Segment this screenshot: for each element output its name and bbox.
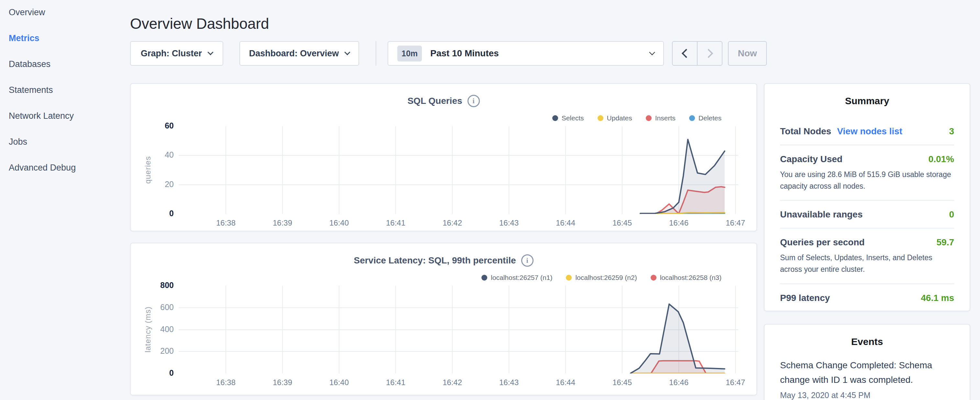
sidebar-item-databases[interactable]: Databases [9, 59, 51, 69]
now-button[interactable]: Now [728, 41, 767, 66]
legend-item-localhost-26257-n1: localhost:26257 (n1) [481, 274, 552, 282]
x-tick-label: 16:39 [263, 378, 302, 387]
legend-dot-icon [598, 115, 603, 121]
legend-item-selects: Selects [552, 114, 584, 122]
time-range-selector[interactable]: 10m Past 10 Minutes [388, 41, 664, 66]
chart-title: SQL Queries [407, 96, 462, 106]
legend-item-updates: Updates [598, 114, 632, 122]
legend-item-inserts: Inserts [646, 114, 676, 122]
summary-row-value: 0.01% [929, 154, 954, 164]
summary-rows: Total NodesView nodes list3Capacity Used… [780, 118, 954, 311]
dashboard-dropdown-label: Dashboard: Overview [249, 49, 339, 59]
chart-legend: localhost:26257 (n1)localhost:26259 (n2)… [481, 274, 721, 282]
chart-header: Service Latency: SQL, 99th percentile i [131, 254, 756, 267]
summary-row-main: Total NodesView nodes list3 [780, 126, 954, 137]
legend-label: localhost:26259 (n2) [575, 274, 637, 282]
graph-dropdown[interactable]: Graph: Cluster [130, 41, 223, 66]
chart-legend: SelectsUpdatesInsertsDeletes [552, 114, 721, 122]
summary-row-subtext: You are using 28.6 MiB of 515.9 GiB usab… [780, 169, 954, 192]
x-tick-label: 16:38 [207, 378, 245, 387]
y-tick-label: 40 [140, 150, 174, 159]
summary-row-subtext: Sum of Selects, Updates, Inserts, and De… [780, 252, 954, 275]
summary-row-label: P99 latency [780, 293, 830, 303]
graph-dropdown-label: Graph: Cluster [141, 49, 202, 59]
summary-row-main: Queries per second59.7 [780, 237, 954, 247]
controls-divider [375, 41, 376, 66]
summary-title: Summary [765, 96, 970, 107]
chart-series-svg [178, 286, 738, 373]
events-title: Events [765, 336, 970, 347]
info-icon[interactable]: i [468, 95, 480, 107]
time-next-button[interactable] [698, 42, 722, 65]
summary-row-unavailable-ranges: Unavailable ranges0 [780, 201, 954, 228]
summary-row-main: P99 latency46.1 ms [780, 293, 954, 303]
legend-label: Inserts [655, 114, 676, 122]
y-tick-label: 400 [140, 325, 174, 334]
x-tick-label: 16:40 [320, 218, 358, 228]
x-tick-label: 16:41 [376, 218, 415, 228]
summary-row-capacity-used: Capacity Used0.01%You are using 28.6 MiB… [780, 145, 954, 201]
summary-row-link[interactable]: View nodes list [837, 126, 902, 137]
chart-series-svg [178, 126, 738, 214]
chevron-right-icon [704, 49, 713, 58]
legend-dot-icon [566, 275, 572, 280]
sidebar-item-statements[interactable]: Statements [9, 85, 53, 95]
time-pager [672, 41, 722, 66]
y-tick-label: 60 [140, 121, 174, 131]
x-tick-label: 16:47 [716, 218, 755, 228]
chevron-down-icon [207, 49, 213, 55]
x-tick-label: 16:45 [603, 218, 641, 228]
sql-queries-chart-card: SQL Queries i SelectsUpdatesInsertsDelet… [130, 83, 757, 231]
service-latency-chart-card: Service Latency: SQL, 99th percentile i … [130, 243, 757, 395]
legend-label: localhost:26257 (n1) [491, 274, 552, 282]
legend-dot-icon [646, 115, 652, 121]
x-tick-label: 16:44 [546, 378, 585, 387]
x-tick-label: 16:44 [546, 218, 585, 228]
legend-label: localhost:26258 (n3) [660, 274, 721, 282]
legend-item-localhost-26259-n2: localhost:26259 (n2) [566, 274, 637, 282]
x-tick-label: 16:43 [490, 378, 528, 387]
sidebar-item-overview[interactable]: Overview [9, 8, 45, 18]
chevron-left-icon [681, 49, 690, 58]
chart-plot-area[interactable] [178, 126, 738, 214]
legend-item-localhost-26258-n3: localhost:26258 (n3) [651, 274, 721, 282]
sidebar-item-jobs[interactable]: Jobs [9, 137, 27, 147]
legend-label: Updates [607, 114, 632, 122]
legend-label: Selects [562, 114, 584, 122]
sidebar-item-metrics[interactable]: Metrics [9, 33, 40, 43]
event-list: Schema Change Completed: Schema change w… [780, 358, 957, 400]
summary-row-label: Total Nodes [780, 126, 831, 137]
dashboard-dropdown[interactable]: Dashboard: Overview [239, 41, 359, 66]
series-area-selects [640, 139, 725, 214]
summary-row-total-nodes: Total NodesView nodes list3 [780, 118, 954, 145]
x-tick-label: 16:43 [490, 218, 528, 228]
x-tick-label: 16:42 [433, 218, 472, 228]
x-tick-label: 16:46 [659, 218, 698, 228]
x-tick-label: 16:38 [207, 218, 245, 228]
x-tick-label: 16:46 [659, 378, 698, 387]
page-title: Overview Dashboard [130, 15, 269, 32]
sidebar-item-network-latency[interactable]: Network Latency [9, 111, 74, 121]
summary-row-value: 59.7 [937, 237, 955, 247]
summary-row-value: 46.1 ms [921, 293, 954, 303]
x-tick-label: 16:41 [376, 378, 415, 387]
y-tick-label: 200 [140, 346, 174, 356]
sidebar-item-advanced-debug[interactable]: Advanced Debug [9, 163, 76, 173]
chart-plot-area[interactable] [178, 286, 738, 373]
x-tick-label: 16:47 [716, 378, 755, 387]
legend-dot-icon [552, 115, 558, 121]
summary-row-main: Unavailable ranges0 [780, 209, 954, 220]
legend-dot-icon [689, 115, 695, 121]
y-tick-label: 0 [140, 209, 174, 218]
time-range-badge: 10m [397, 46, 422, 62]
legend-label: Deletes [698, 114, 721, 122]
summary-row-value: 0 [949, 209, 954, 220]
time-prev-button[interactable] [673, 42, 698, 65]
summary-row-label: Queries per second [780, 237, 864, 247]
events-panel: Events Schema Change Completed: Schema c… [764, 324, 970, 400]
y-tick-label: 800 [140, 280, 174, 290]
event-timestamp: May 13, 2020 at 4:45 PM [780, 390, 957, 400]
legend-dot-icon [481, 275, 487, 280]
info-icon[interactable]: i [521, 254, 533, 267]
summary-row-main: Capacity Used0.01% [780, 154, 954, 164]
